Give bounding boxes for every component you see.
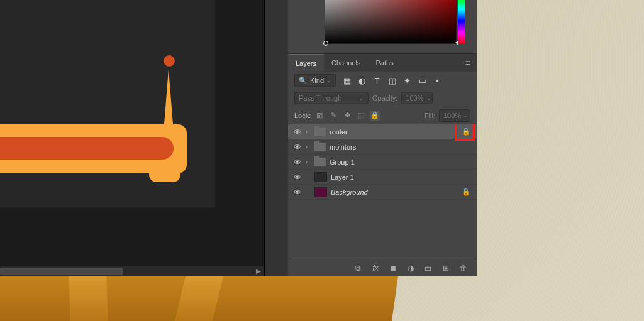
add-mask-icon[interactable]: ◼ bbox=[389, 264, 397, 273]
folder-icon bbox=[314, 128, 326, 136]
expand-chevron-icon[interactable]: › bbox=[306, 159, 311, 165]
folder-icon bbox=[314, 158, 326, 166]
visibility-toggle-icon[interactable]: 👁 bbox=[293, 188, 302, 197]
panel-menu-icon[interactable]: ≡ bbox=[459, 55, 477, 71]
visibility-toggle-icon[interactable]: 👁 bbox=[293, 158, 302, 166]
fill-value: 100% bbox=[443, 112, 461, 119]
filter-adjustment-icon[interactable]: ◐ bbox=[357, 76, 367, 85]
layer-filter-row: 🔍 Kind ⌄ ▦ ◐ T ◫ ✦ ▭ ● bbox=[288, 72, 477, 89]
visibility-toggle-icon[interactable]: 👁 bbox=[293, 143, 302, 151]
layer-row-background[interactable]: 👁 › Background 🔒 bbox=[288, 185, 477, 200]
artboard[interactable] bbox=[0, 0, 215, 207]
router-antenna-knob bbox=[164, 55, 175, 67]
layer-name[interactable]: router bbox=[330, 128, 458, 136]
lock-brush-icon[interactable]: ✎ bbox=[328, 111, 338, 121]
fill-dropdown[interactable]: 100% ⌄ bbox=[439, 109, 470, 122]
filter-pixel-icon[interactable]: ▦ bbox=[342, 76, 352, 85]
visibility-toggle-icon[interactable]: 👁 bbox=[293, 128, 302, 136]
panel-tabs: Layers Channels Paths ≡ bbox=[288, 54, 477, 72]
filter-toggle-icon[interactable]: ● bbox=[433, 78, 442, 84]
color-field[interactable] bbox=[325, 0, 457, 44]
photoshop-window: ▶ Layers Channels Paths ≡ 🔍 Kind ⌄ ▦ ◐ T bbox=[0, 0, 477, 276]
filter-smart-icon[interactable]: ✦ bbox=[402, 76, 412, 85]
visibility-toggle-icon[interactable]: 👁 bbox=[293, 173, 302, 182]
fill-label: Fill: bbox=[425, 112, 435, 119]
blend-mode-value: Pass Through bbox=[299, 94, 341, 102]
layer-row-layer1[interactable]: 👁 › Layer 1 bbox=[288, 170, 477, 185]
color-sample-dot[interactable] bbox=[323, 41, 328, 46]
layer-row-group1[interactable]: 👁 › Group 1 bbox=[288, 155, 477, 170]
color-picker-panel[interactable] bbox=[288, 0, 477, 54]
blend-mode-dropdown[interactable]: Pass Through ⌄ bbox=[294, 92, 369, 104]
filter-shape-icon[interactable]: ◫ bbox=[387, 76, 397, 85]
router-foot-shape bbox=[149, 168, 180, 182]
panel-gutter bbox=[264, 0, 288, 276]
right-panels: Layers Channels Paths ≡ 🔍 Kind ⌄ ▦ ◐ T ◫… bbox=[288, 0, 477, 276]
layers-footer: ⧉ fx ◼ ◑ 🗀 ⊞ 🗑 bbox=[288, 259, 477, 276]
lock-transparent-icon[interactable]: ▧ bbox=[314, 111, 325, 121]
tab-layers[interactable]: Layers bbox=[288, 54, 324, 72]
lock-label: Lock: bbox=[294, 112, 311, 119]
delete-layer-icon[interactable]: 🗑 bbox=[459, 264, 468, 273]
filter-artboard-icon[interactable]: ▭ bbox=[418, 76, 427, 85]
lock-row: Lock: ▧ ✎ ✥ ⬚ 🔒 Fill: 100% ⌄ bbox=[288, 107, 477, 124]
horizontal-scrollbar[interactable]: ▶ bbox=[0, 266, 264, 276]
hue-slider[interactable] bbox=[458, 0, 465, 44]
opacity-label: Opacity: bbox=[372, 94, 397, 102]
new-adjustment-icon[interactable]: ◑ bbox=[406, 264, 415, 273]
filter-kind-label: Kind bbox=[310, 77, 324, 84]
opacity-dropdown[interactable]: 100% ⌄ bbox=[401, 92, 433, 104]
lock-artboard-icon[interactable]: ⬚ bbox=[356, 111, 366, 121]
blend-mode-row: Pass Through ⌄ Opacity: 100% ⌄ bbox=[288, 89, 477, 107]
link-layers-icon[interactable]: ⧉ bbox=[353, 264, 362, 273]
lock-position-icon[interactable]: ✥ bbox=[342, 111, 352, 121]
lock-all-icon[interactable]: 🔒 bbox=[370, 111, 380, 121]
filter-type-icons: ▦ ◐ T ◫ ✦ ▭ ● bbox=[342, 76, 442, 85]
filter-type-icon[interactable]: T bbox=[372, 76, 382, 85]
lock-icon[interactable]: 🔒 bbox=[462, 128, 470, 136]
expand-chevron-icon[interactable]: › bbox=[306, 144, 311, 150]
layers-list[interactable]: 👁 › router 🔒 👁 › mointors 👁 › Group 1 bbox=[288, 124, 477, 259]
layer-name[interactable]: Background bbox=[331, 188, 458, 196]
layer-name[interactable]: mointors bbox=[330, 143, 470, 151]
chevron-down-icon: ⌄ bbox=[326, 78, 331, 84]
expand-chevron-icon[interactable]: › bbox=[306, 129, 311, 135]
chevron-down-icon: ⌄ bbox=[359, 95, 364, 101]
lock-icons: ▧ ✎ ✥ ⬚ 🔒 bbox=[314, 111, 380, 121]
layer-row-monitors[interactable]: 👁 › mointors bbox=[288, 139, 477, 155]
router-antenna-shape bbox=[164, 69, 174, 132]
router-stripe-shape bbox=[0, 137, 174, 160]
chevron-down-icon: ⌄ bbox=[426, 95, 431, 101]
new-group-icon[interactable]: 🗀 bbox=[424, 264, 433, 273]
layer-fx-icon[interactable]: fx bbox=[371, 264, 380, 273]
scrollbar-arrow-right-icon[interactable]: ▶ bbox=[254, 268, 263, 275]
layer-name[interactable]: Group 1 bbox=[330, 158, 470, 166]
layer-name[interactable]: Layer 1 bbox=[331, 173, 470, 181]
chevron-down-icon: ⌄ bbox=[464, 112, 468, 118]
layer-thumbnail bbox=[314, 172, 327, 182]
new-layer-icon[interactable]: ⊞ bbox=[441, 264, 450, 273]
folder-icon bbox=[314, 143, 326, 151]
search-icon: 🔍 bbox=[299, 77, 308, 85]
tab-paths[interactable]: Paths bbox=[369, 54, 401, 72]
scrollbar-thumb[interactable] bbox=[0, 268, 123, 275]
canvas-area[interactable]: ▶ bbox=[0, 0, 264, 276]
opacity-value: 100% bbox=[406, 94, 423, 102]
layer-row-router[interactable]: 👁 › router 🔒 bbox=[288, 124, 477, 139]
layer-thumbnail bbox=[314, 187, 327, 197]
tab-channels[interactable]: Channels bbox=[324, 54, 368, 72]
lock-icon[interactable]: 🔒 bbox=[462, 188, 470, 196]
filter-kind-dropdown[interactable]: 🔍 Kind ⌄ bbox=[294, 74, 336, 87]
